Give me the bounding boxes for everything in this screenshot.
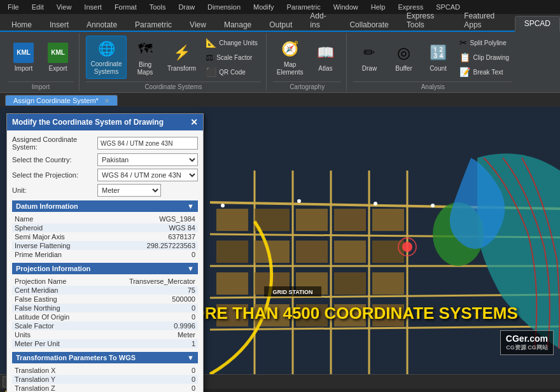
tab-home[interactable]: Home [3,18,41,32]
coordinate-small-buttons: 📐 Change Units ⚖ Scale Factor ⬛ QR Code [202,36,261,79]
trans-row-2: Translation Z 0 [12,384,198,392]
dialog-close-button[interactable]: ✕ [190,117,198,127]
map-elements-icon: 🧭 [280,39,300,59]
svg-rect-24 [334,272,366,295]
doc-tab-close[interactable]: ✕ [104,97,109,104]
transform-data: Translation X 0 Translation Y 0 Translat… [12,366,198,392]
menu-format[interactable]: Format [112,2,139,12]
svg-rect-19 [334,241,366,263]
svg-point-36 [221,204,225,207]
import-label: Import [15,65,32,73]
trans-row-1: Translation Y 0 [12,375,198,384]
assigned-cs-input[interactable] [97,137,198,150]
tab-view[interactable]: View [181,18,215,32]
split-polyline-button[interactable]: ✂ Split Polyline [456,36,512,50]
import-button[interactable]: KML Import [8,36,39,79]
dialog-titlebar: Modify the Coordinate System of Drawing … [7,114,203,130]
export-icon: KML [48,43,68,63]
menu-insert[interactable]: Insert [81,2,104,12]
count-icon: 🔢 [428,43,448,63]
kml-export-icon: KML [48,43,68,63]
clip-drawing-button[interactable]: 📋 Clip Drawing [456,50,512,64]
country-select[interactable]: Pakistan [97,153,198,166]
tab-expresstools[interactable]: Express Tools [398,9,455,32]
coordinate-systems-label: CoordinateSystems [91,60,122,76]
atlas-label: Atlas [318,65,332,73]
map-overlay-text: MORE THAN 4500 COORDINATE SYSTEMS [178,304,518,323]
count-button[interactable]: 🔢 Count [422,36,454,79]
tab-spcad[interactable]: SPCAD [515,16,560,32]
tab-annotate[interactable]: Annotate [78,18,126,32]
tab-parametric[interactable]: Parametric [126,18,181,32]
svg-point-32 [402,242,412,252]
transform-button[interactable]: ⚡ Transform [164,36,200,79]
country-row: Select the Country: Pakistan [12,153,198,166]
svg-rect-11 [216,209,248,231]
svg-rect-17 [255,241,290,263]
svg-rect-25 [372,272,404,295]
tab-collaborate[interactable]: Collaborate [340,18,397,32]
menu-tools[interactable]: Tools [147,2,169,12]
svg-point-38 [374,202,377,206]
count-label: Count [430,65,447,73]
coordinate-group-label: Coordinate Systems [86,81,261,92]
proj-row-0: Projection Name Transverse_Mercator [12,277,198,286]
buffer-label: Buffer [395,65,412,73]
menu-file[interactable]: File [5,2,22,12]
unit-select[interactable]: Meter [97,184,161,197]
projection-section-toggle[interactable]: ▼ [187,265,194,272]
svg-rect-16 [216,241,248,263]
datum-row-1: Spheroid WGS 84 [12,223,198,232]
export-label: Export [49,65,67,73]
import-export-group-label: Import [8,81,74,92]
datum-section-toggle[interactable]: ▼ [187,202,194,210]
scale-factor-label: Scale Factor [216,54,252,61]
menu-view[interactable]: View [54,2,74,12]
tab-insert[interactable]: Insert [41,18,78,32]
coordinate-systems-button[interactable]: 🌐 CoordinateSystems [86,36,127,79]
buffer-button[interactable]: ◎ Buffer [388,36,419,79]
draw-button[interactable]: ✏ Draw [353,36,385,79]
menu-draw[interactable]: Draw [176,2,197,12]
menu-modify[interactable]: Modify [251,2,276,12]
tab-manage[interactable]: Manage [215,18,260,32]
doc-tab-coordinate[interactable]: Assign Coordinate System* ✕ [5,95,118,106]
proj-row-5: Scale Factor 0.9996 [12,321,198,330]
dialog-title: Modify the Coordinate System of Drawing [12,118,164,127]
datum-section-label: Datum Information [16,202,78,210]
dialog-body: Assigned Coordinate System: Select the C… [7,130,203,392]
qr-code-button[interactable]: ⬛ QR Code [202,65,261,79]
tab-output[interactable]: Output [260,18,301,32]
atlas-icon: 📖 [315,43,335,63]
unit-label: Unit: [12,186,95,194]
datum-section: Datum Information ▼ [12,200,198,212]
export-button[interactable]: KML Export [42,36,74,79]
kml-icon: KML [13,43,34,63]
projection-select[interactable]: WGS 84 / UTM zone 43N [97,169,198,181]
analysis-group-label: Analysis [353,81,512,92]
trans-row-0: Translation X 0 [12,366,198,375]
assigned-cs-row: Assigned Coordinate System: [12,136,198,151]
ribbon-panel: KML Import KML Export Import 🌐 Coordinat… [0,32,560,93]
menu-help[interactable]: Help [368,2,388,12]
qr-code-label: QR Code [219,69,246,76]
map-elements-button[interactable]: 🧭 MapElements [273,36,307,79]
split-polyline-icon: ✂ [459,38,467,48]
import-export-buttons: KML Import KML Export [8,34,74,80]
projection-section-label: Projection Information [16,265,90,272]
tab-addins[interactable]: Add-ins [301,9,340,32]
transform-section-toggle[interactable]: ▼ [187,354,194,361]
break-text-button[interactable]: 📝 Break Text [456,65,512,79]
menu-edit[interactable]: Edit [29,2,46,12]
tab-featuredapps[interactable]: Featured Apps [455,9,514,32]
map-elements-label: MapElements [277,61,304,76]
change-units-icon: 📐 [206,38,216,48]
bing-maps-button[interactable]: 🗺 BingMaps [129,36,161,79]
svg-rect-21 [216,272,248,295]
scale-factor-button[interactable]: ⚖ Scale Factor [202,50,261,64]
change-units-button[interactable]: 📐 Change Units [202,36,261,50]
menu-dimension[interactable]: Dimension [205,2,243,12]
break-text-icon: 📝 [459,67,470,77]
proj-row-4: Latitude Of Origin 0 [12,312,198,321]
atlas-button[interactable]: 📖 Atlas [309,36,341,79]
